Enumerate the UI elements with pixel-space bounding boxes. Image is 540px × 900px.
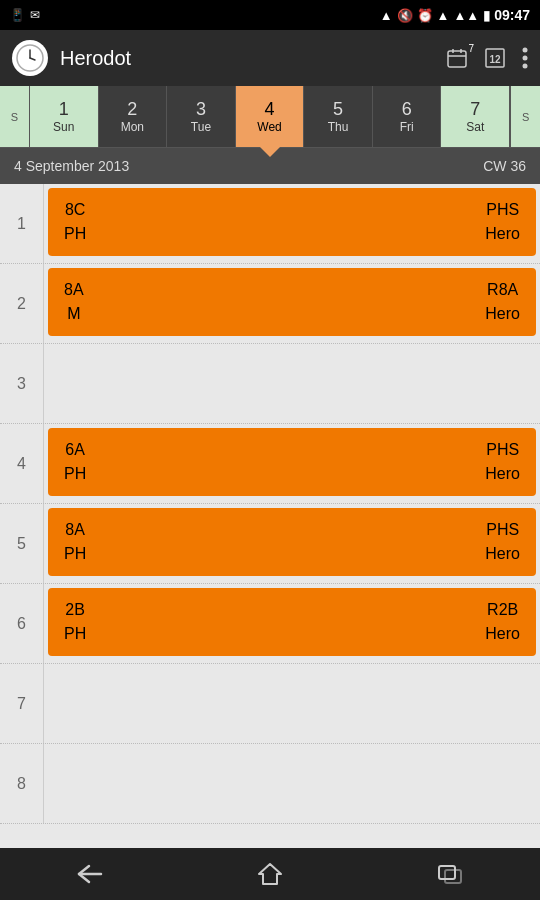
status-time: 09:47 <box>494 7 530 23</box>
day-name-wed: Wed <box>257 120 281 134</box>
alarm-icon: ⏰ <box>417 8 433 23</box>
nav-bar <box>0 848 540 900</box>
row-content-8 <box>44 744 540 823</box>
day-sun[interactable]: 1 Sun <box>30 86 99 147</box>
svg-rect-15 <box>445 870 461 883</box>
event-teacher-2: Hero <box>485 302 520 326</box>
day-name-thu: Thu <box>328 120 349 134</box>
row-content-6[interactable]: 2B PH R2B Hero <box>44 584 540 663</box>
day-num-1: 1 <box>59 99 69 120</box>
row-content-3 <box>44 344 540 423</box>
day-num-3: 3 <box>196 99 206 120</box>
schedule-row-1: 1 8C PH PHS Hero <box>0 184 540 264</box>
day-num-6: 6 <box>402 99 412 120</box>
day-wed-today[interactable]: 4 Wed <box>236 86 305 147</box>
row-number-2: 2 <box>0 264 44 343</box>
day-thu[interactable]: 5 Thu <box>304 86 373 147</box>
event-teacher-4: Hero <box>485 462 520 486</box>
day-num-2: 2 <box>127 99 137 120</box>
row-number-6: 6 <box>0 584 44 663</box>
calendar-icon[interactable]: 7 <box>446 47 468 69</box>
message-icon: ✉ <box>30 8 40 22</box>
row-content-1[interactable]: 8C PH PHS Hero <box>44 184 540 263</box>
app-title: Herodot <box>60 47 446 70</box>
day-num-5: 5 <box>333 99 343 120</box>
status-icons-left: 📱 ✉ <box>10 8 40 22</box>
day-name-sat: Sat <box>466 120 484 134</box>
row-number-1: 1 <box>0 184 44 263</box>
signal-icon: ▲▲ <box>453 8 479 23</box>
event-subject-4: PHS <box>486 438 519 462</box>
schedule-row-3: 3 <box>0 344 540 424</box>
row-number-7: 7 <box>0 664 44 743</box>
week-header: S 1 Sun 2 Mon 3 Tue 4 Wed 5 Thu 6 Fri 7 … <box>0 86 540 148</box>
row-number-5: 5 <box>0 504 44 583</box>
row-content-5[interactable]: 8A PH PHS Hero <box>44 504 540 583</box>
calendar-svg <box>446 47 468 69</box>
mute-icon: 🔇 <box>397 8 413 23</box>
day-num-7: 7 <box>470 99 480 120</box>
schedule-area[interactable]: 1 8C PH PHS Hero 2 8A M <box>0 184 540 848</box>
svg-text:12: 12 <box>489 54 501 65</box>
event-block-1[interactable]: 8C PH PHS Hero <box>48 188 536 256</box>
grid-svg: 12 <box>484 47 506 69</box>
svg-point-9 <box>523 48 528 53</box>
header-actions: 7 12 <box>446 47 528 69</box>
day-mon[interactable]: 2 Mon <box>99 86 168 147</box>
event-subject-5: PHS <box>486 518 519 542</box>
battery-icon: ▮ <box>483 8 490 23</box>
schedule-row-6: 6 2B PH R2B Hero <box>0 584 540 664</box>
back-icon <box>75 862 105 886</box>
event-block-5[interactable]: 8A PH PHS Hero <box>48 508 536 576</box>
overflow-menu-icon[interactable] <box>522 47 528 69</box>
event-left-2: 8A M <box>64 278 84 326</box>
event-block-4[interactable]: 6A PH PHS Hero <box>48 428 536 496</box>
day-num-4: 4 <box>265 99 275 120</box>
partial-right-day: S <box>510 86 540 147</box>
calendar-badge: 7 <box>468 43 474 54</box>
home-button[interactable] <box>240 854 300 894</box>
svg-marker-13 <box>259 864 281 884</box>
event-right-5: PHS Hero <box>485 518 520 566</box>
schedule-row-4: 4 6A PH PHS Hero <box>0 424 540 504</box>
svg-point-11 <box>523 64 528 69</box>
event-class-5: 8A <box>65 518 85 542</box>
clock-svg <box>16 44 44 72</box>
status-icons-right: ▲ 🔇 ⏰ ▲ ▲▲ ▮ 09:47 <box>380 7 530 23</box>
recents-button[interactable] <box>420 854 480 894</box>
app-header: Herodot 7 12 <box>0 30 540 86</box>
day-tue[interactable]: 3 Tue <box>167 86 236 147</box>
event-room-4: PH <box>64 462 86 486</box>
row-content-4[interactable]: 6A PH PHS Hero <box>44 424 540 503</box>
back-button[interactable] <box>60 854 120 894</box>
row-content-2[interactable]: 8A M R8A Hero <box>44 264 540 343</box>
phone-icon: 📱 <box>10 8 25 22</box>
row-number-4: 4 <box>0 424 44 503</box>
event-room-1: PH <box>64 222 86 246</box>
row-content-7 <box>44 664 540 743</box>
day-sat[interactable]: 7 Sat <box>441 86 510 147</box>
day-fri[interactable]: 6 Fri <box>373 86 442 147</box>
event-class-1: 8C <box>65 198 85 222</box>
event-room-5: PH <box>64 542 86 566</box>
day-name-fri: Fri <box>400 120 414 134</box>
event-left-4: 6A PH <box>64 438 86 486</box>
schedule-row-2: 2 8A M R8A Hero <box>0 264 540 344</box>
event-teacher-1: Hero <box>485 222 520 246</box>
event-block-6[interactable]: 2B PH R2B Hero <box>48 588 536 656</box>
schedule-row-8: 8 <box>0 744 540 824</box>
event-right-6: R2B Hero <box>485 598 520 646</box>
schedule-row-5: 5 8A PH PHS Hero <box>0 504 540 584</box>
event-left-6: 2B PH <box>64 598 86 646</box>
calendar-week-label: CW 36 <box>483 158 526 174</box>
event-right-2: R8A Hero <box>485 278 520 326</box>
recents-icon <box>436 862 464 886</box>
grid-icon[interactable]: 12 <box>484 47 506 69</box>
event-room-2: M <box>67 302 80 326</box>
event-class-4: 6A <box>65 438 85 462</box>
status-bar: 📱 ✉ ▲ 🔇 ⏰ ▲ ▲▲ ▮ 09:47 <box>0 0 540 30</box>
event-right-1: PHS Hero <box>485 198 520 246</box>
event-block-2[interactable]: 8A M R8A Hero <box>48 268 536 336</box>
svg-rect-14 <box>439 866 455 879</box>
event-left-1: 8C PH <box>64 198 86 246</box>
